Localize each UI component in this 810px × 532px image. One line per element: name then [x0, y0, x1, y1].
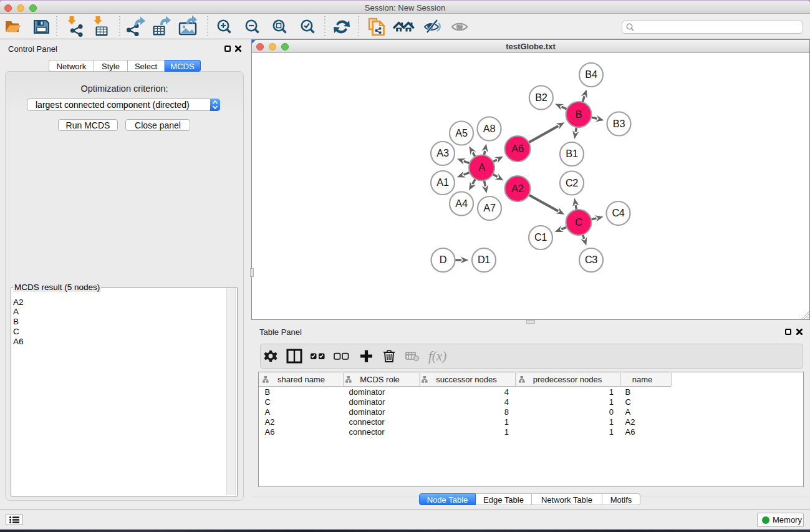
svg-text:D1: D1	[478, 254, 490, 265]
svg-text:A2: A2	[511, 183, 524, 194]
svg-text:C3: C3	[585, 254, 597, 265]
svg-text:f(x): f(x)	[428, 349, 446, 364]
svg-text:A6: A6	[511, 143, 524, 154]
svg-text:C1: C1	[534, 231, 547, 243]
svg-text:D: D	[440, 254, 446, 265]
svg-text:C2: C2	[566, 177, 578, 188]
svg-text:A4: A4	[455, 198, 468, 209]
svg-text:A: A	[478, 162, 485, 173]
svg-text:B1: B1	[566, 148, 578, 159]
svg-text:B3: B3	[613, 118, 625, 129]
svg-text:A5: A5	[455, 127, 468, 138]
svg-text:shared name: shared name	[277, 375, 325, 384]
svg-text:successor nodes: successor nodes	[436, 375, 497, 384]
svg-text:B2: B2	[535, 92, 547, 103]
svg-text:A7: A7	[483, 202, 496, 213]
svg-text:A1: A1	[436, 177, 449, 188]
svg-text:predecessor nodes: predecessor nodes	[533, 375, 602, 384]
svg-text:C: C	[575, 216, 582, 228]
svg-text:B4: B4	[585, 69, 597, 80]
svg-text:B: B	[576, 109, 582, 120]
svg-text:C4: C4	[612, 207, 624, 218]
svg-text:name: name	[632, 375, 653, 384]
svg-text:A3: A3	[436, 147, 449, 158]
svg-text:MCDS role: MCDS role	[360, 375, 400, 384]
svg-text:A8: A8	[483, 123, 496, 134]
